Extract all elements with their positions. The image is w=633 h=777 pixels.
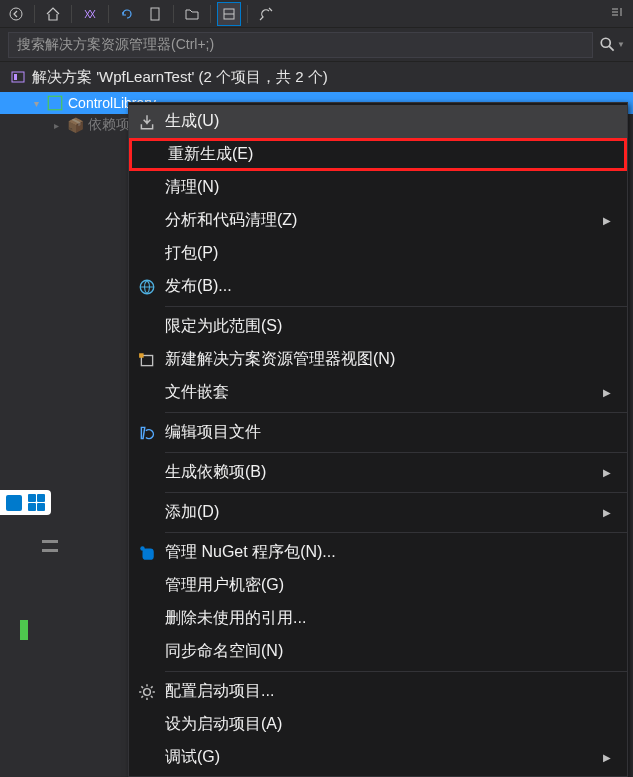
menu-separator [165, 671, 627, 672]
nuget-icon [129, 544, 165, 562]
svg-point-0 [10, 8, 22, 20]
svg-rect-10 [12, 72, 24, 82]
svg-line-9 [609, 46, 614, 51]
submenu-arrow-icon: ▶ [603, 387, 611, 398]
menu-sync-namespace[interactable]: 同步命名空间(N) [129, 635, 627, 668]
chevron-down-icon[interactable]: ▾ [30, 98, 42, 109]
menu-separator [165, 452, 627, 453]
menu-label: 发布(B)... [165, 276, 611, 297]
solution-icon [10, 69, 26, 85]
submenu-arrow-icon: ▶ [603, 467, 611, 478]
menu-clean[interactable]: 清理(N) [129, 171, 627, 204]
search-icon[interactable]: ▼ [599, 32, 625, 58]
widget-icon-1 [6, 495, 22, 511]
view-icon[interactable] [217, 2, 241, 26]
menu-separator [165, 306, 627, 307]
menu-file-nesting[interactable]: 文件嵌套 ▶ [129, 376, 627, 409]
menu-label: 添加(D) [165, 502, 603, 523]
file-icon[interactable] [143, 2, 167, 26]
context-menu: 生成(U) 重新生成(E) 清理(N) 分析和代码清理(Z) ▶ 打包(P) 发… [128, 102, 628, 777]
deps-icon: 📦 [66, 116, 84, 134]
menu-label: 编辑项目文件 [165, 422, 611, 443]
publish-icon [129, 278, 165, 296]
menu-remove-unused[interactable]: 删除未使用的引用... [129, 602, 627, 635]
sync-icon[interactable] [115, 2, 139, 26]
menu-label: 配置启动项目... [165, 681, 611, 702]
menu-separator [165, 492, 627, 493]
split-handle[interactable] [42, 540, 58, 543]
menu-config-startup[interactable]: 配置启动项目... [129, 675, 627, 708]
menu-label: 同步命名空间(N) [165, 641, 611, 662]
svg-point-18 [144, 688, 151, 695]
menu-add[interactable]: 添加(D) ▶ [129, 496, 627, 529]
menu-label: 设为启动项目(A) [165, 714, 611, 735]
svg-point-17 [140, 546, 145, 551]
menu-build[interactable]: 生成(U) [129, 105, 627, 138]
menu-set-startup[interactable]: 设为启动项目(A) [129, 708, 627, 741]
submenu-arrow-icon: ▶ [603, 215, 611, 226]
menu-publish[interactable]: 发布(B)... [129, 270, 627, 303]
menu-separator [165, 412, 627, 413]
svg-point-8 [601, 38, 610, 47]
svg-rect-1 [151, 8, 159, 20]
menu-label: 文件嵌套 [165, 382, 603, 403]
git-marker [20, 620, 28, 640]
search-placeholder: 搜索解决方案资源管理器(Ctrl+;) [17, 36, 214, 54]
menu-build-deps[interactable]: 生成依赖项(B) ▶ [129, 456, 627, 489]
svg-rect-16 [143, 548, 154, 559]
menu-debug[interactable]: 调试(G) ▶ [129, 741, 627, 774]
menu-label: 生成(U) [165, 111, 611, 132]
menu-label: 管理用户机密(G) [165, 575, 611, 596]
back-icon[interactable] [4, 2, 28, 26]
menu-separator [165, 532, 627, 533]
split-handle[interactable] [42, 549, 58, 552]
menu-new-view[interactable]: 新建解决方案资源管理器视图(N) [129, 343, 627, 376]
floating-widget[interactable] [0, 490, 51, 515]
menu-label: 限定为此范围(S) [165, 316, 611, 337]
menu-label: 清理(N) [165, 177, 611, 198]
menu-pack[interactable]: 打包(P) [129, 237, 627, 270]
menu-edit-project[interactable]: 编辑项目文件 [129, 416, 627, 449]
new-view-icon [129, 351, 165, 369]
svg-rect-15 [139, 353, 144, 358]
gear-icon [129, 683, 165, 701]
menu-label: 分析和代码清理(Z) [165, 210, 603, 231]
edit-icon [129, 424, 165, 442]
solution-header[interactable]: 解决方案 'WpfLearnTest' (2 个项目，共 2 个) [0, 62, 633, 92]
search-input[interactable]: 搜索解决方案资源管理器(Ctrl+;) [8, 32, 593, 58]
solution-label: 解决方案 'WpfLearnTest' (2 个项目，共 2 个) [32, 68, 328, 87]
csharp-project-icon [46, 94, 64, 112]
menu-secrets[interactable]: 管理用户机密(G) [129, 569, 627, 602]
svg-rect-12 [48, 96, 62, 110]
submenu-arrow-icon: ▶ [603, 507, 611, 518]
wrench-icon[interactable] [254, 2, 278, 26]
menu-label: 管理 NuGet 程序包(N)... [165, 542, 611, 563]
menu-scope[interactable]: 限定为此范围(S) [129, 310, 627, 343]
menu-rebuild[interactable]: 重新生成(E) [129, 138, 627, 171]
folder-icon[interactable] [180, 2, 204, 26]
menu-label: 打包(P) [165, 243, 611, 264]
overflow-icon[interactable] [609, 4, 625, 24]
build-icon [129, 113, 165, 131]
search-row: 搜索解决方案资源管理器(Ctrl+;) ▼ [0, 28, 633, 62]
tree-label: 依赖项 [88, 116, 130, 134]
menu-label: 生成依赖项(B) [165, 462, 603, 483]
submenu-arrow-icon: ▶ [603, 752, 611, 763]
menu-label: 重新生成(E) [168, 144, 608, 165]
chevron-right-icon[interactable]: ▸ [50, 120, 62, 131]
svg-rect-11 [14, 74, 17, 80]
menu-label: 删除未使用的引用... [165, 608, 611, 629]
vs-icon[interactable] [78, 2, 102, 26]
home-icon[interactable] [41, 2, 65, 26]
menu-label: 新建解决方案资源管理器视图(N) [165, 349, 611, 370]
widget-icon-2 [28, 494, 45, 511]
menu-nuget[interactable]: 管理 NuGet 程序包(N)... [129, 536, 627, 569]
toolbar [0, 0, 633, 28]
menu-label: 调试(G) [165, 747, 603, 768]
menu-analyze[interactable]: 分析和代码清理(Z) ▶ [129, 204, 627, 237]
